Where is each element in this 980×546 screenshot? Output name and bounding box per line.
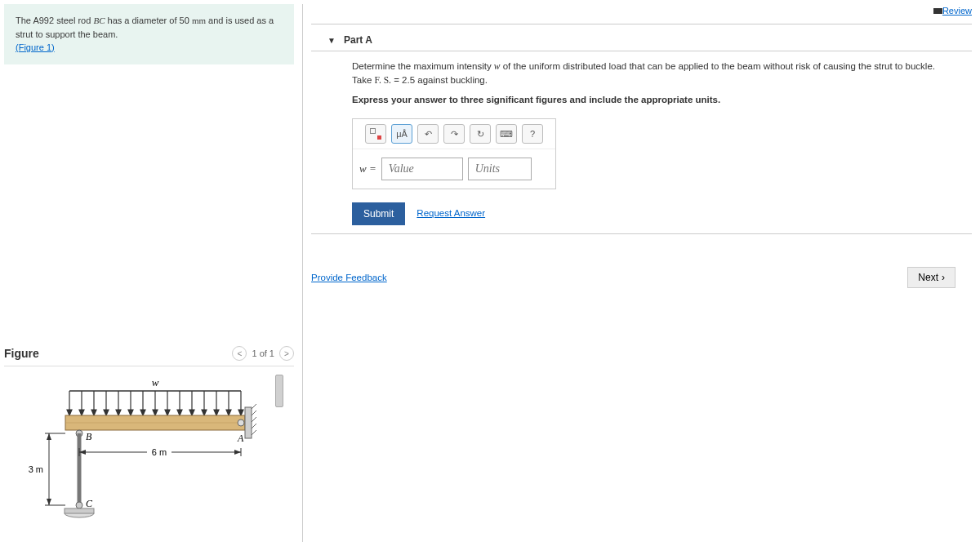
units-input[interactable] bbox=[468, 158, 532, 180]
units-tool-button[interactable]: μÅ bbox=[391, 124, 412, 144]
svg-point-39 bbox=[238, 419, 244, 426]
part-a-instruction: Express your answer to three significant… bbox=[352, 93, 956, 107]
svg-marker-14 bbox=[140, 410, 145, 415]
template-tool-button[interactable] bbox=[365, 124, 386, 144]
svg-marker-16 bbox=[153, 410, 158, 415]
svg-marker-30 bbox=[238, 410, 243, 415]
figure-diagram: w A B bbox=[4, 375, 274, 538]
label-w: w bbox=[152, 376, 159, 388]
unit-mm: mm bbox=[192, 16, 206, 25]
problem-statement: The A992 steel rod BC has a diameter of … bbox=[4, 4, 294, 64]
svg-marker-6 bbox=[91, 410, 96, 415]
svg-rect-33 bbox=[245, 407, 252, 438]
figure-nav: < 1 of 1 > bbox=[232, 346, 294, 361]
svg-line-34 bbox=[252, 404, 256, 409]
svg-marker-54 bbox=[47, 433, 51, 440]
label-c: C bbox=[86, 498, 93, 509]
svg-line-35 bbox=[252, 411, 256, 415]
figure-prev-button[interactable]: < bbox=[232, 346, 247, 361]
svg-marker-10 bbox=[116, 410, 121, 415]
svg-marker-49 bbox=[234, 450, 241, 455]
collapse-caret-icon: ▼ bbox=[327, 36, 336, 45]
label-a: A bbox=[237, 433, 244, 444]
reset-button[interactable]: ↻ bbox=[470, 124, 491, 144]
redo-button[interactable]: ↷ bbox=[443, 124, 465, 144]
figure-page-indicator: 1 of 1 bbox=[252, 348, 274, 358]
problem-text: The A992 steel rod bbox=[16, 16, 93, 25]
answer-box: μÅ ↶ ↷ ↻ ⌨ ? w = bbox=[352, 118, 556, 189]
figure-title: Figure bbox=[4, 347, 39, 360]
svg-marker-18 bbox=[165, 410, 170, 415]
svg-marker-2 bbox=[67, 410, 72, 415]
svg-marker-12 bbox=[128, 410, 133, 415]
w-equals-label: w = bbox=[359, 161, 376, 177]
svg-marker-26 bbox=[214, 410, 219, 415]
label-6m: 6 m bbox=[152, 447, 167, 457]
svg-marker-20 bbox=[177, 410, 182, 415]
svg-line-36 bbox=[252, 417, 256, 422]
provide-feedback-link[interactable]: Provide Feedback bbox=[311, 273, 387, 282]
part-a-header[interactable]: ▼ Part A bbox=[311, 24, 972, 51]
svg-line-37 bbox=[252, 424, 256, 428]
svg-line-38 bbox=[252, 430, 256, 435]
keyboard-button[interactable]: ⌨ bbox=[496, 124, 517, 144]
svg-marker-22 bbox=[189, 410, 194, 415]
next-button[interactable]: Next› bbox=[907, 267, 956, 288]
svg-marker-55 bbox=[47, 499, 51, 505]
svg-marker-4 bbox=[79, 410, 84, 415]
label-b: B bbox=[86, 431, 92, 442]
figure-scroll-handle[interactable] bbox=[275, 375, 283, 407]
figure-link[interactable]: (Figure 1) bbox=[16, 42, 55, 52]
review-link[interactable]: Review bbox=[933, 6, 972, 16]
svg-marker-24 bbox=[202, 410, 207, 415]
svg-point-42 bbox=[76, 502, 82, 508]
problem-text: has a diameter of 50 bbox=[105, 16, 191, 25]
undo-button[interactable]: ↶ bbox=[417, 124, 439, 144]
value-input[interactable] bbox=[381, 158, 463, 180]
request-answer-link[interactable]: Request Answer bbox=[416, 206, 485, 220]
label-3m: 3 m bbox=[29, 464, 43, 474]
svg-marker-8 bbox=[104, 410, 109, 415]
svg-marker-28 bbox=[226, 410, 231, 415]
part-a-description: Determine the maximum intensity w of the… bbox=[352, 60, 956, 88]
chevron-right-icon: › bbox=[942, 272, 945, 283]
figure-next-button[interactable]: > bbox=[279, 346, 294, 361]
part-a-title: Part A bbox=[344, 34, 372, 46]
help-button[interactable]: ? bbox=[522, 124, 543, 144]
submit-button[interactable]: Submit bbox=[352, 202, 405, 225]
rod-name: BC bbox=[93, 16, 105, 25]
